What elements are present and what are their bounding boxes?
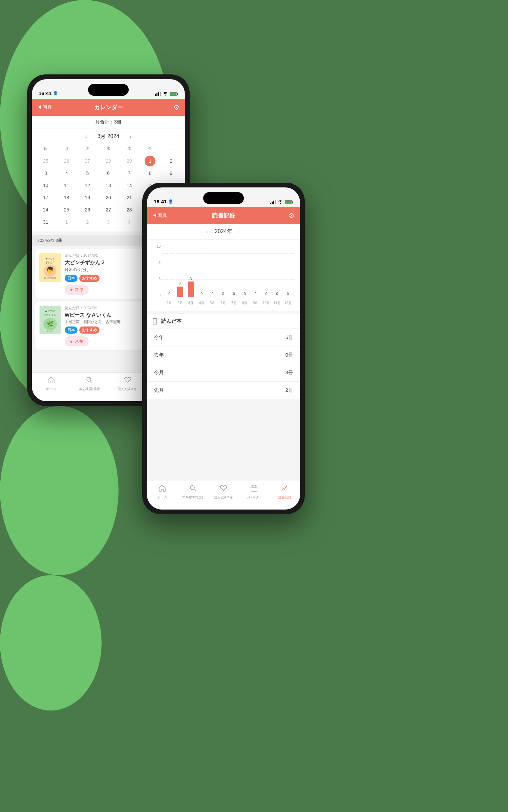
tab-label-search-1: 本を検索/登録 <box>79 387 100 391</box>
next-year-button[interactable]: › <box>239 229 241 235</box>
tab-home-1[interactable]: ホーム <box>32 376 70 391</box>
year-display: 2024年 <box>215 228 232 235</box>
bar-value-3: 3 <box>190 277 192 281</box>
bar-8 <box>242 296 248 297</box>
tab-label-home-2: ホーム <box>157 495 167 500</box>
cal-day[interactable]: 4 <box>64 168 69 179</box>
tab-records-2[interactable]: 読書記録 <box>270 484 300 500</box>
bar-10 <box>263 296 269 297</box>
like-button-2[interactable]: ♥ スキ <box>65 336 89 346</box>
x-label-5: 5月 <box>207 301 218 306</box>
cal-day[interactable]: 26 <box>63 156 71 166</box>
cal-day[interactable]: 25 <box>63 204 71 215</box>
x-axis: 1月2月3月4月5月6月7月8月9月10月11月12月 <box>164 301 293 306</box>
cal-day-highlighted[interactable]: 1 <box>145 156 155 166</box>
bg-blob-4 <box>0 575 102 710</box>
cal-day[interactable]: 13 <box>104 180 112 191</box>
cal-day[interactable]: 3 <box>106 217 111 227</box>
svg-point-32 <box>280 203 281 204</box>
cal-day[interactable]: 9 <box>168 168 174 179</box>
heart-tab-icon-2 <box>220 484 227 494</box>
cal-day[interactable]: 1 <box>64 217 69 227</box>
cal-day[interactable]: 4 <box>127 217 132 227</box>
month-total: 月合計：3冊 <box>32 116 185 129</box>
svg-rect-29 <box>272 202 273 204</box>
cal-day[interactable]: 28 <box>125 204 133 215</box>
settings-button-2[interactable]: ⚙ <box>289 211 295 220</box>
y-label-6: 6 <box>152 261 161 265</box>
x-label-4: 4月 <box>196 301 207 306</box>
nav-title-1: カレンダー <box>94 104 123 111</box>
tab-home-2[interactable]: ホーム <box>147 484 177 500</box>
cal-day[interactable]: 6 <box>106 168 111 179</box>
cal-day[interactable]: 2 <box>168 156 174 166</box>
bars-container: 023000000000 <box>164 245 293 297</box>
cal-day[interactable]: 31 <box>42 217 50 227</box>
status-icons-1 <box>155 92 178 96</box>
tab-label-liked-2: 読んだ&スキ <box>214 495 233 500</box>
cal-day[interactable]: 27 <box>104 204 112 215</box>
cal-day[interactable]: 18 <box>63 192 71 203</box>
back-button-2[interactable]: ◀ 写真 <box>152 212 167 219</box>
tab-search-2[interactable]: 本を検索/登録 <box>177 484 208 500</box>
wifi-icon-1 <box>163 92 168 96</box>
cal-day[interactable]: 19 <box>83 192 91 203</box>
cal-day[interactable]: 14 <box>125 180 133 191</box>
stats-row-last-month: 先月 2冊 <box>147 382 300 399</box>
cal-day[interactable]: 20 <box>104 192 112 203</box>
cal-day[interactable]: 24 <box>42 204 50 215</box>
tab-label-calendar-2: カレンダー <box>246 495 262 500</box>
day-header-fri: 金 <box>140 144 161 153</box>
bar-value-1: 0 <box>168 292 170 296</box>
stats-row-this-month: 今月 3冊 <box>147 364 300 382</box>
settings-button-1[interactable]: ⚙ <box>173 103 179 111</box>
cal-day[interactable]: 21 <box>125 192 133 203</box>
stats-value-this-month: 3冊 <box>285 369 293 376</box>
svg-text:🌿: 🌿 <box>47 321 54 327</box>
svg-text:Wピース: Wピース <box>45 309 56 312</box>
cal-day[interactable]: 26 <box>83 204 91 215</box>
cal-day[interactable]: 10 <box>42 180 50 191</box>
bar-col-4: 0 <box>196 245 207 297</box>
prev-month-button[interactable]: ‹ <box>85 133 87 140</box>
tab-calendar-2[interactable]: カレンダー <box>239 484 269 500</box>
cal-day[interactable]: 17 <box>42 192 50 203</box>
stats-section: 読んだ本 今年 5冊 去年 0冊 今月 3冊 先月 2冊 <box>147 314 300 399</box>
cal-day[interactable]: 25 <box>42 156 50 166</box>
tab-liked-1[interactable]: 読んだ&スキ <box>108 376 147 391</box>
cal-day[interactable]: 7 <box>127 168 132 179</box>
cal-day[interactable]: 12 <box>83 180 91 191</box>
bar-col-12: 0 <box>282 245 293 297</box>
cal-day[interactable]: 5 <box>85 168 90 179</box>
x-label-6: 6月 <box>218 301 229 306</box>
bar-col-5: 0 <box>207 245 218 297</box>
like-button-1[interactable]: ♥ スキ <box>65 285 89 295</box>
cal-day[interactable]: 8 <box>148 168 153 179</box>
bar-col-10: 0 <box>261 245 272 297</box>
tab-liked-2[interactable]: 読んだ&スキ <box>208 484 239 500</box>
heart-tab-icon-1 <box>124 376 131 386</box>
bar-value-8: 0 <box>244 292 246 296</box>
cal-day[interactable]: 28 <box>104 156 112 166</box>
heart-icon-1: ♥ <box>70 287 73 292</box>
y-axis: 10 6 3 0 <box>152 245 161 297</box>
prev-year-button[interactable]: ‹ <box>206 229 208 235</box>
person-icon-1: 👤 <box>53 91 58 95</box>
cal-day[interactable]: 3 <box>43 168 48 179</box>
cal-day[interactable]: 29 <box>125 156 133 166</box>
book-icon <box>152 318 158 324</box>
next-month-button[interactable]: › <box>129 133 131 140</box>
calendar-tab-icon-2 <box>250 484 258 494</box>
svg-text:なさいくん: なさいくん <box>44 314 56 316</box>
cal-day[interactable]: 27 <box>83 156 91 166</box>
cal-day[interactable]: 11 <box>63 180 71 191</box>
search-icon-1 <box>86 376 93 386</box>
tab-search-1[interactable]: 本を検索/登録 <box>70 376 108 391</box>
cal-day[interactable]: 2 <box>85 217 90 227</box>
phone-records-inner: 16:41 👤 <box>147 187 300 510</box>
svg-rect-37 <box>153 319 154 324</box>
y-label-0: 0 <box>152 293 161 297</box>
svg-rect-30 <box>273 201 274 204</box>
bar-4 <box>198 296 205 297</box>
back-button-1[interactable]: ◀ 写真 <box>37 104 52 110</box>
